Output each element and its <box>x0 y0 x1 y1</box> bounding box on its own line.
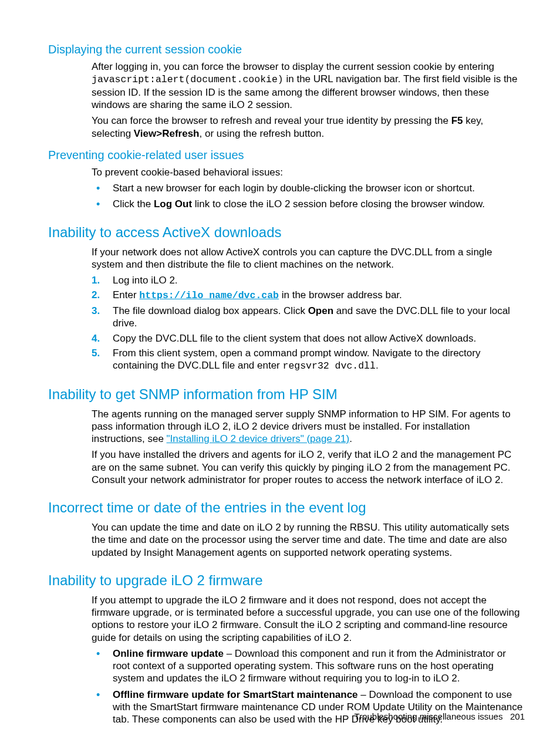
para-snmp1: The agents running on the managed server… <box>92 408 525 445</box>
list-item: Click the Log Out link to close the iLO … <box>92 198 525 210</box>
heading-activex: Inability to access ActiveX downloads <box>48 224 525 241</box>
text: The file download dialog box appears. Cl… <box>113 305 308 316</box>
text: Click the <box>113 198 154 210</box>
list-item: Online firmware update – Download this c… <box>92 647 525 685</box>
label-offline-update: Offline firmware update for SmartStart m… <box>113 689 358 700</box>
page-footer: Troubleshooting miscellaneous issues 201 <box>355 711 525 723</box>
label-online-update: Online firmware update <box>113 648 224 659</box>
para-time: You can update the time and date on iLO … <box>92 521 525 559</box>
link-logout: Log Out <box>154 198 192 210</box>
list-item: Log into iLO 2. <box>92 274 525 286</box>
footer-section: Troubleshooting miscellaneous issues <box>355 711 503 721</box>
section-activex: If your network does not allow ActiveX c… <box>92 246 525 373</box>
heading-cookie-display: Displaying the current session cookie <box>48 42 525 57</box>
link-dvc-cab[interactable]: https://ilo_name/dvc.cab <box>139 290 279 301</box>
list-item: Copy the DVC.DLL file to the client syst… <box>92 332 525 345</box>
list-activex-steps: Log into iLO 2. Enter https://ilo_name/d… <box>92 274 525 373</box>
heading-snmp: Inability to get SNMP information from H… <box>48 386 525 403</box>
section-snmp: The agents running on the managed server… <box>92 408 525 487</box>
section-prevent-cookie: To prevent cookie-based behavioral issue… <box>92 166 525 211</box>
text: Start a new browser for each login by do… <box>113 183 475 194</box>
text: You can force the browser to refresh and… <box>92 115 451 126</box>
section-time: You can update the time and date on iLO … <box>92 521 525 559</box>
text: Copy the DVC.DLL file to the client syst… <box>113 333 476 344</box>
text: After logging in, you can force the brow… <box>92 61 494 72</box>
code-js-alert: javascript:alert(document.cookie) <box>92 74 284 85</box>
heading-time: Incorrect time or date of the entries in… <box>48 499 525 517</box>
para-cookie2: You can force the browser to refresh and… <box>92 114 525 140</box>
text: . <box>376 360 379 371</box>
heading-prevent-cookie: Preventing cookie-related user issues <box>48 148 525 163</box>
text: Log into iLO 2. <box>113 275 178 286</box>
text: , or using the refresh button. <box>200 128 325 139</box>
para-prevent-intro: To prevent cookie-based behavioral issue… <box>92 166 525 178</box>
section-firmware: If you attempt to upgrade the iLO 2 firm… <box>92 594 525 726</box>
text: in the browser address bar. <box>279 289 402 301</box>
text: Enter <box>113 289 139 301</box>
heading-firmware: Inability to upgrade iLO 2 firmware <box>48 572 525 589</box>
para-cookie1: After logging in, you can force the brow… <box>92 60 525 111</box>
list-prevent: Start a new browser for each login by do… <box>92 182 525 211</box>
page-number: 201 <box>510 711 525 721</box>
code-regsvr: regsvr32 dvc.dll <box>283 360 376 372</box>
list-item: Start a new browser for each login by do… <box>92 182 525 194</box>
section-cookie-display: After logging in, you can force the brow… <box>92 60 525 140</box>
para-snmp2: If you have installed the drivers and ag… <box>92 448 525 486</box>
para-activex-intro: If your network does not allow ActiveX c… <box>92 246 525 271</box>
text: . <box>349 433 352 444</box>
key-f5: F5 <box>451 115 463 126</box>
list-item: The file download dialog box appears. Cl… <box>92 305 525 330</box>
menu-view-refresh: View>Refresh <box>134 128 200 139</box>
link-install-drivers[interactable]: "Installing iLO 2 device drivers" (page … <box>167 433 350 444</box>
text: link to close the iLO 2 session before c… <box>192 198 485 210</box>
para-fw-intro: If you attempt to upgrade the iLO 2 firm… <box>92 594 525 644</box>
button-open: Open <box>308 305 333 316</box>
list-item: From this client system, open a command … <box>92 347 525 373</box>
list-item: Enter https://ilo_name/dvc.cab in the br… <box>92 289 525 302</box>
